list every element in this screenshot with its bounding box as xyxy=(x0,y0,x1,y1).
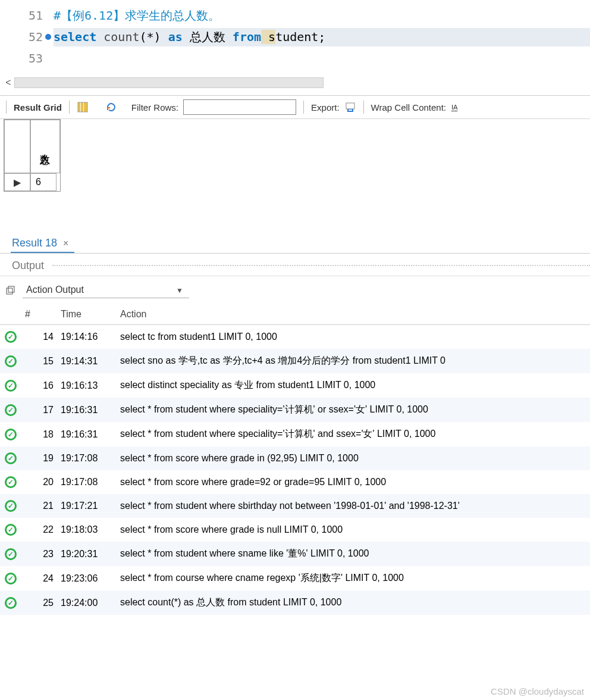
table-row[interactable]: ✓2119:17:21select * from student where s… xyxy=(0,494,590,518)
column-header-time[interactable]: Time xyxy=(57,304,117,325)
column-header-num[interactable]: # xyxy=(21,304,57,325)
table-row[interactable]: ✓2219:18:03select * from score where gra… xyxy=(0,518,590,542)
code-comment: #【例6.12】求学生的总人数。 xyxy=(54,8,220,23)
horizontal-scrollbar[interactable]: < xyxy=(0,74,590,95)
row-action: select * from score where grade in (92,9… xyxy=(117,446,590,470)
table-row[interactable]: ✓1419:14:16select tc from student1 LIMIT… xyxy=(0,325,590,349)
tab-label: Result 18 xyxy=(12,237,57,249)
wrap-label: Wrap Cell Content: xyxy=(371,102,446,112)
row-time: 19:23:06 xyxy=(57,566,117,590)
table-row[interactable]: ✓2319:20:31select * from student where s… xyxy=(0,542,590,566)
row-time: 19:18:03 xyxy=(57,518,117,542)
code-line-51[interactable]: 51 #【例6.12】求学生的总人数。 xyxy=(0,5,590,26)
row-num: 20 xyxy=(21,470,57,494)
row-time: 19:17:08 xyxy=(57,446,117,470)
row-time: 19:16:31 xyxy=(57,398,117,422)
row-action: select distinct speciality as 专业 from st… xyxy=(117,373,590,398)
table-row[interactable]: ✓1719:16:31select * from student where s… xyxy=(0,398,590,422)
row-num: 22 xyxy=(21,518,57,542)
status-ok-icon: ✓ xyxy=(5,524,17,536)
tabs-icon[interactable] xyxy=(5,285,17,296)
wrap-icon[interactable]: I̲A̲ xyxy=(451,101,463,113)
status-ok-icon: ✓ xyxy=(5,331,17,343)
row-num: 17 xyxy=(21,398,57,422)
export-label: Export: xyxy=(311,102,340,112)
result-grid-label: Result Grid xyxy=(14,102,62,112)
status-ok-icon: ✓ xyxy=(5,429,17,440)
table-row[interactable]: ✓1619:16:13select distinct speciality as… xyxy=(0,373,590,398)
result-grid[interactable]: 总人数 ▶ 6 xyxy=(4,119,61,192)
svg-rect-0 xyxy=(78,102,80,112)
action-output-table: # Time Action ✓1419:14:16select tc from … xyxy=(0,304,590,615)
svg-rect-4 xyxy=(346,103,354,109)
close-icon[interactable]: × xyxy=(61,238,71,249)
row-num: 15 xyxy=(21,349,57,373)
scroll-track[interactable] xyxy=(14,77,324,88)
row-time: 19:16:31 xyxy=(57,422,117,446)
status-ok-icon: ✓ xyxy=(5,452,17,464)
scroll-left-icon[interactable]: < xyxy=(2,76,14,89)
export-icon[interactable] xyxy=(344,101,356,113)
line-number: 53 xyxy=(29,51,43,65)
chevron-down-icon[interactable]: ▼ xyxy=(176,286,183,295)
refresh-icon[interactable] xyxy=(105,101,117,113)
table-row[interactable]: ✓2519:24:00select count(*) as 总人数 from s… xyxy=(0,590,590,615)
row-selector[interactable]: ▶ xyxy=(4,173,30,191)
status-ok-icon: ✓ xyxy=(5,404,17,416)
row-action: select sno as 学号,tc as 学分,tc+4 as 增加4分后的… xyxy=(117,349,590,373)
row-num: 21 xyxy=(21,494,57,518)
row-time: 19:24:00 xyxy=(57,590,117,615)
result-tabs: Result 18 × xyxy=(0,233,590,254)
filter-rows-label: Filter Rows: xyxy=(131,102,178,112)
row-action: select * from score where grade=92 or gr… xyxy=(117,470,590,494)
row-num: 25 xyxy=(21,590,57,615)
output-type-select[interactable] xyxy=(23,282,189,298)
svg-rect-6 xyxy=(349,110,352,111)
status-ok-icon: ✓ xyxy=(5,476,17,488)
svg-rect-8 xyxy=(7,288,12,294)
row-action: select * from course where cname regexp … xyxy=(117,566,590,590)
column-header-status xyxy=(0,304,21,325)
row-action: select * from score where grade is null … xyxy=(117,518,590,542)
row-action: select tc from student1 LIMIT 0, 1000 xyxy=(117,325,590,349)
column-header[interactable]: 总人数 xyxy=(30,120,60,173)
table-row[interactable]: ✓1519:14:31select sno as 学号,tc as 学分,tc+… xyxy=(0,349,590,373)
table-row[interactable]: ✓2019:17:08select * from score where gra… xyxy=(0,470,590,494)
status-ok-icon: ✓ xyxy=(5,355,17,367)
row-action: select * from student where speciality='… xyxy=(117,422,590,446)
table-row[interactable]: ✓1919:17:08select * from score where gra… xyxy=(0,446,590,470)
row-time: 19:14:16 xyxy=(57,325,117,349)
line-number: 51 xyxy=(29,8,43,23)
row-action: select * from student where sbirthday no… xyxy=(117,494,590,518)
row-num: 19 xyxy=(21,446,57,470)
row-num: 14 xyxy=(21,325,57,349)
svg-rect-9 xyxy=(8,286,14,292)
svg-text:I̲A̲: I̲A̲ xyxy=(451,104,458,111)
grid-view-icon[interactable] xyxy=(77,101,89,113)
output-panel-title: Output xyxy=(0,254,590,276)
column-header-action[interactable]: Action xyxy=(117,304,590,325)
row-time: 19:14:31 xyxy=(57,349,117,373)
sql-editor[interactable]: 51 #【例6.12】求学生的总人数。 52 select count(*) a… xyxy=(0,0,590,74)
row-time: 19:17:08 xyxy=(57,470,117,494)
row-num: 16 xyxy=(21,373,57,398)
row-action: select count(*) as 总人数 from student LIMI… xyxy=(117,590,590,615)
row-num: 18 xyxy=(21,422,57,446)
status-ok-icon: ✓ xyxy=(5,380,17,392)
svg-rect-2 xyxy=(84,102,87,112)
code-line-53[interactable]: 53 xyxy=(0,48,590,69)
table-row[interactable]: ✓1819:16:31select * from student where s… xyxy=(0,422,590,446)
grid-corner xyxy=(4,120,30,173)
tab-result-18[interactable]: Result 18 × xyxy=(11,233,74,253)
row-num: 24 xyxy=(21,566,57,590)
result-cell[interactable]: 6 xyxy=(30,173,57,191)
status-ok-icon: ✓ xyxy=(5,548,17,560)
code-line-52[interactable]: 52 select count(*) as 总人数 from student; xyxy=(0,26,590,48)
breakpoint-icon[interactable] xyxy=(45,34,51,40)
row-num: 23 xyxy=(21,542,57,566)
row-time: 19:20:31 xyxy=(57,542,117,566)
status-ok-icon: ✓ xyxy=(5,500,17,512)
filter-rows-input[interactable] xyxy=(183,99,296,115)
table-row[interactable]: ✓2419:23:06select * from course where cn… xyxy=(0,566,590,590)
row-action: select * from student where sname like '… xyxy=(117,542,590,566)
